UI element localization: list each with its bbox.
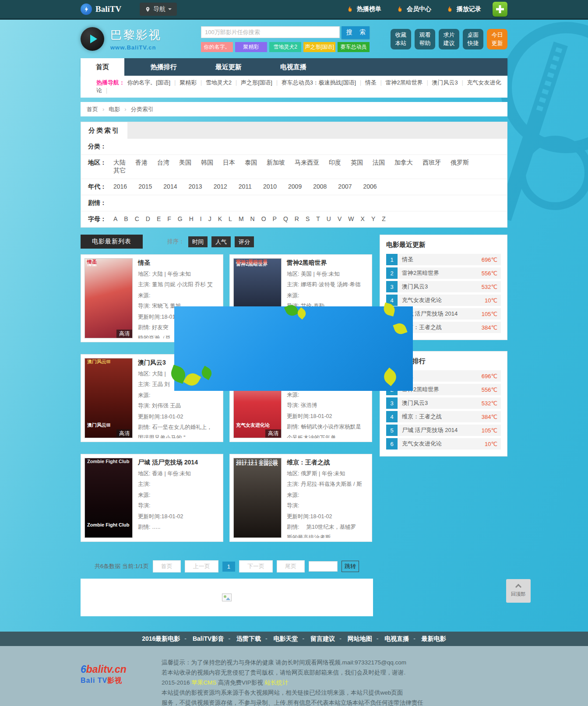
filter-option[interactable]: 美国 <box>179 159 191 167</box>
movie-card[interactable]: Zombie Fight Club Zombie Fight Club 尸城 活… <box>81 454 223 542</box>
search-input[interactable] <box>201 26 340 38</box>
quick-button[interactable]: 收藏 本站 <box>391 29 411 49</box>
movie-poster[interactable]: Zombie Fight Club Zombie Fight Club <box>85 458 133 538</box>
filter-option[interactable]: 其它 <box>113 167 126 175</box>
filter-option[interactable]: 2009 <box>288 183 302 190</box>
footer-nav-link[interactable]: 电影天堂 <box>261 635 298 643</box>
ranked-movie-row[interactable]: 4 充气女友进化论 10℃ <box>386 295 501 306</box>
movie-poster[interactable]: 澳门风云III 澳门风云III 高清 <box>85 358 133 438</box>
filter-option[interactable]: U <box>327 215 331 222</box>
stats-link[interactable]: 站长统计 <box>265 679 289 686</box>
filter-option[interactable]: S <box>306 215 310 222</box>
filter-option[interactable]: W <box>348 215 354 222</box>
breadcrumb-item[interactable]: 电影 <box>98 105 120 113</box>
movie-title[interactable]: 尸城 活尸竞技场 2014 <box>138 459 219 467</box>
filter-option[interactable]: 日本 <box>223 159 235 167</box>
filter-option[interactable]: Z <box>382 215 386 222</box>
hot-tag[interactable]: 你的名字。 <box>201 42 233 52</box>
cms-link[interactable]: 苹果CMS <box>191 679 216 686</box>
hot-tag[interactable]: 聚精彩 <box>235 42 267 52</box>
breadcrumb-item[interactable]: 首页 <box>87 105 98 113</box>
quick-button[interactable]: 今日 更新 <box>487 29 507 49</box>
filter-option[interactable]: H <box>189 215 194 222</box>
quick-button[interactable]: 桌面 快捷 <box>463 29 483 49</box>
filter-option[interactable]: 2015 <box>138 183 152 190</box>
hot-tag[interactable]: 声之形[国语] <box>303 42 335 52</box>
tab-recent-update[interactable]: 最近更新 <box>203 58 254 76</box>
breadcrumb-item[interactable]: 分类索引 <box>120 105 153 113</box>
filter-option[interactable]: Q <box>283 215 288 222</box>
plus-button[interactable] <box>493 2 507 17</box>
topbar-link[interactable]: 热播榜单 <box>346 5 381 13</box>
sort-button[interactable]: 时间 <box>188 236 208 247</box>
ranked-movie-row[interactable]: 4 维京：王者之战 384℃ <box>386 411 501 422</box>
filter-option[interactable]: 香港 <box>135 159 148 167</box>
filter-option[interactable]: 俄罗斯 <box>451 159 469 167</box>
quick-button[interactable]: 求片 建议 <box>439 29 459 49</box>
topbar-link[interactable]: 会员中心 <box>396 5 431 13</box>
tab-live-tv[interactable]: 电视直播 <box>268 58 319 76</box>
filter-option[interactable]: 2006 <box>363 183 377 190</box>
filter-option[interactable]: 2008 <box>313 183 327 190</box>
filter-option[interactable]: 2016 <box>113 183 127 190</box>
ranked-movie-row[interactable]: 2 雷神2黑暗世界 556℃ <box>386 267 501 279</box>
filter-option[interactable]: Y <box>371 215 375 222</box>
hot-nav-link[interactable]: 雷神2黑暗世界 <box>386 79 432 86</box>
filter-option[interactable]: M <box>239 215 244 222</box>
filter-option[interactable]: E <box>157 215 161 222</box>
filter-option[interactable]: B <box>124 215 128 222</box>
filter-option[interactable]: L <box>229 215 232 222</box>
hot-nav-link[interactable]: 澳门风云3 <box>432 79 467 86</box>
filter-option[interactable]: 台湾 <box>157 159 169 167</box>
back-to-top-button[interactable]: 回顶部 <box>506 579 531 603</box>
movie-card[interactable]: 2017.12.1 全国公映 2017.12.1 全国公映 维京：王者之战 地区… <box>229 454 372 542</box>
ranked-movie-row[interactable]: 1 情圣 696℃ <box>386 254 501 265</box>
filter-option[interactable]: 印度 <box>329 159 341 167</box>
tab-hot-rank[interactable]: 热播排行 <box>138 58 189 76</box>
topbar-link[interactable]: 播放记录 <box>446 5 481 13</box>
filter-option[interactable]: J <box>208 215 211 222</box>
hot-nav-link[interactable]: 聚精彩 <box>180 79 206 86</box>
ranked-movie-row[interactable]: 6 充气女友进化论 10℃ <box>386 438 501 450</box>
movie-poster[interactable]: 情圣 情圣 高清 <box>85 258 133 338</box>
next-page-button[interactable]: 下一页 <box>239 560 273 573</box>
tab-home[interactable]: 首页 <box>81 58 124 76</box>
page-jump-input[interactable] <box>309 561 338 572</box>
footer-nav-link[interactable]: 迅雷下载 <box>224 635 261 643</box>
footer-nav-link[interactable]: 最新电影 <box>409 635 446 643</box>
filter-option[interactable]: A <box>113 215 117 222</box>
filter-option[interactable]: 新加坡 <box>267 159 285 167</box>
ranked-movie-row[interactable]: 3 澳门风云3 532℃ <box>386 397 501 409</box>
hot-nav-link[interactable]: 雪地灵犬2 <box>206 79 241 86</box>
filter-option[interactable]: C <box>135 215 139 222</box>
footer-nav-link[interactable]: 2016最新电影 <box>142 635 180 643</box>
filter-option[interactable]: X <box>361 215 365 222</box>
footer-nav-link[interactable]: 网站地图 <box>335 635 372 643</box>
footer-nav-link[interactable]: BaliTV影音 <box>180 635 224 643</box>
footer-logo[interactable]: 6balitv.cn Bali TV影视 <box>81 657 162 706</box>
filter-option[interactable]: 马来西亚 <box>295 159 319 167</box>
hot-nav-link[interactable]: 声之形[国语] <box>241 79 282 86</box>
ad-overlay[interactable] <box>174 306 413 391</box>
filter-option[interactable]: 2010 <box>263 183 277 190</box>
filter-option[interactable]: G <box>178 215 183 222</box>
hot-nav-link[interactable]: 赛车总动员3：极速挑战[国语] <box>282 79 365 86</box>
filter-option[interactable]: K <box>218 215 222 222</box>
hot-tag[interactable]: 赛车总动员 <box>338 42 370 52</box>
brand-logo[interactable]: BaliTV <box>81 4 121 15</box>
filter-option[interactable]: V <box>338 215 342 222</box>
filter-option[interactable]: 英国 <box>351 159 363 167</box>
page-jump-button[interactable]: 跳转 <box>342 561 359 572</box>
filter-option[interactable]: N <box>250 215 255 222</box>
filter-option[interactable]: F <box>167 215 171 222</box>
filter-option[interactable]: 2012 <box>214 183 227 190</box>
movie-title[interactable]: 维京：王者之战 <box>287 459 368 467</box>
filter-option[interactable]: D <box>146 215 150 222</box>
footer-nav-link[interactable]: 留言建议 <box>298 635 335 643</box>
filter-option[interactable]: 2007 <box>338 183 352 190</box>
hot-nav-link[interactable]: 情圣 <box>365 79 386 86</box>
filter-option[interactable]: 西班牙 <box>423 159 441 167</box>
current-page-button[interactable]: 1 <box>222 562 235 572</box>
sort-button[interactable]: 人气 <box>211 236 231 247</box>
filter-option[interactable]: 法国 <box>373 159 385 167</box>
